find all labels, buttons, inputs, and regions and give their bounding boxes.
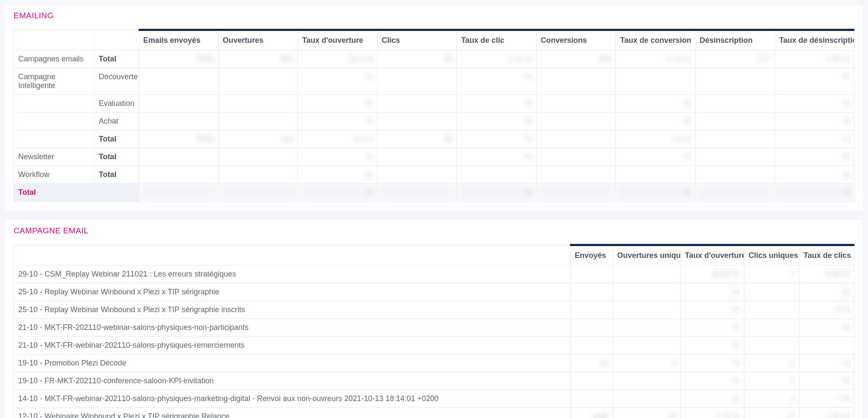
cell-value (695, 95, 775, 113)
emailing-header-row: Emails envoyés Ouvertures Taux d'ouvertu… (14, 30, 854, 50)
row-label: Evaluation (95, 95, 139, 113)
cell-value: 981 (218, 50, 298, 68)
col-taux-ouverture-2[interactable]: Taux d'ouverture (681, 245, 744, 266)
campaign-name[interactable]: 25-10 - Replay Webinar Winbound x Plezi … (14, 301, 570, 319)
emailing-title: EMAILING (14, 11, 854, 20)
cell-value: % (799, 283, 854, 301)
cell-value (744, 337, 799, 354)
campaign-name[interactable]: 21-10 - MKT-FR-202110-webinar-salons-phy… (14, 319, 570, 337)
cell-value: 0.73 % (616, 50, 696, 68)
table-total-row: Total%%%% (14, 184, 854, 202)
cell-value (536, 184, 616, 202)
cell-value (570, 372, 613, 390)
cell-value (613, 337, 681, 354)
cell-value (613, 372, 681, 390)
cell-value: % (799, 319, 854, 337)
emailing-header-spacer-1 (14, 30, 95, 50)
cell-value: 1.0 % (616, 130, 696, 148)
col-envoyes[interactable]: Envoyés (570, 245, 613, 266)
cell-value (536, 95, 616, 113)
cell-value (570, 319, 613, 337)
cell-value: 8.35 % (799, 266, 854, 283)
cell-value: % (681, 354, 744, 372)
cell-value: % (775, 130, 854, 148)
cell-value (570, 301, 613, 319)
col-taux-clic[interactable]: Taux de clic (457, 30, 537, 50)
cell-value (695, 148, 775, 166)
cell-value: 49.43 % (681, 266, 744, 283)
col-emails-envoyes[interactable]: Emails envoyés (139, 30, 219, 50)
cell-value (377, 184, 457, 202)
table-row: 14-10 - MKT-FR-webinar-202110-salons-phy… (14, 390, 854, 408)
cell-value: % (681, 319, 744, 337)
cell-value (613, 390, 681, 408)
cell-value: 1.73 % (681, 408, 744, 418)
cell-value: 4 (613, 354, 681, 372)
cell-value: 7 (744, 266, 799, 283)
table-row: 25-10 - Replay Webinar Winbound x Plezi … (14, 283, 854, 301)
col-clics[interactable]: Clics (377, 30, 457, 50)
campaign-name[interactable]: 21-10 - MKT-FR-webinar-202110-salons-phy… (14, 337, 570, 354)
cell-value: % (298, 113, 378, 130)
cell-value (695, 68, 775, 95)
cell-value: % (799, 372, 854, 390)
cell-value (139, 184, 219, 202)
campaign-name[interactable]: 19-10 - Promotion Plezi Décode (14, 354, 570, 372)
cell-value (613, 301, 681, 319)
cell-value (218, 166, 298, 184)
campaign-name[interactable]: 29-10 - CSM_Replay Webinar 211021 : Les … (14, 266, 570, 283)
cell-value: % (298, 184, 378, 202)
col-desinscription[interactable]: Désinscription (695, 30, 775, 50)
table-row: Evaluation%%%% (14, 95, 854, 113)
campaign-name[interactable]: 12-10 - Webinaire Winbound x Plezi x TIP… (14, 408, 570, 418)
cell-value: % (457, 68, 537, 95)
cell-value: % (457, 148, 537, 166)
cell-value: 220 (536, 50, 616, 68)
cell-value: 63 (377, 50, 457, 68)
emailing-header-spacer-2 (95, 30, 139, 50)
cell-value (139, 68, 219, 95)
cell-value (218, 184, 298, 202)
table-row: 21-10 - MKT-FR-webinar-202110-salons-phy… (14, 337, 854, 354)
table-row: 19-10 - Promotion Plezi Décode164%2% (14, 354, 854, 372)
cell-value: 9 % (799, 301, 854, 319)
row-group (14, 130, 95, 148)
cell-value (744, 301, 799, 319)
col-taux-ouverture[interactable]: Taux d'ouverture (298, 30, 378, 50)
cell-value: 134 (218, 130, 298, 148)
total-spacer (95, 184, 139, 202)
cell-value: 1048 (570, 408, 613, 418)
cell-value: 16 (570, 354, 613, 372)
table-row: 25-10 - Replay Webinar Winbound x Plezi … (14, 301, 854, 319)
col-ouvertures[interactable]: Ouvertures (218, 30, 298, 50)
row-label: Achat (95, 113, 139, 130)
cell-value (799, 337, 854, 354)
campaign-name[interactable]: 25-10 - Replay Webinar Winbound x Plezi … (14, 283, 570, 301)
cell-value: % (775, 166, 854, 184)
cell-value (218, 95, 298, 113)
cell-value: 18 (613, 408, 681, 418)
cell-value: 18 (377, 130, 457, 148)
cell-value: 2 (744, 390, 799, 408)
table-row: Achat%%%% (14, 113, 854, 130)
cell-value: 2 (744, 354, 799, 372)
cell-value: % (457, 184, 537, 202)
col-clics-uniques[interactable]: Clics uniques (744, 245, 799, 266)
row-group: Campagne Intelligente (14, 68, 95, 95)
cell-value: 20.1 % (298, 50, 378, 68)
cell-value (695, 113, 775, 130)
campaign-name[interactable]: 19-10 - FR-MKT-202110-conference-saloon-… (14, 372, 570, 390)
campaign-name[interactable]: 14-10 - MKT-FR-webinar-202110-salons-phy… (14, 390, 570, 408)
cell-value (570, 337, 613, 354)
col-conversions[interactable]: Conversions (536, 30, 616, 50)
col-ouvertures-uniques[interactable]: Ouvertures uniques (613, 245, 681, 266)
cell-value: % (457, 113, 537, 130)
cell-value: % (298, 166, 378, 184)
cell-value (536, 166, 616, 184)
col-taux-clics[interactable]: Taux de clics (799, 245, 854, 266)
table-row: NewsletterTotal%%%% (14, 148, 854, 166)
col-taux-conversion[interactable]: Taux de conversion (616, 30, 696, 50)
row-label: Total (95, 50, 139, 68)
cell-value: 7 % (799, 390, 854, 408)
col-taux-desinscription[interactable]: Taux de désinscription (775, 30, 854, 50)
